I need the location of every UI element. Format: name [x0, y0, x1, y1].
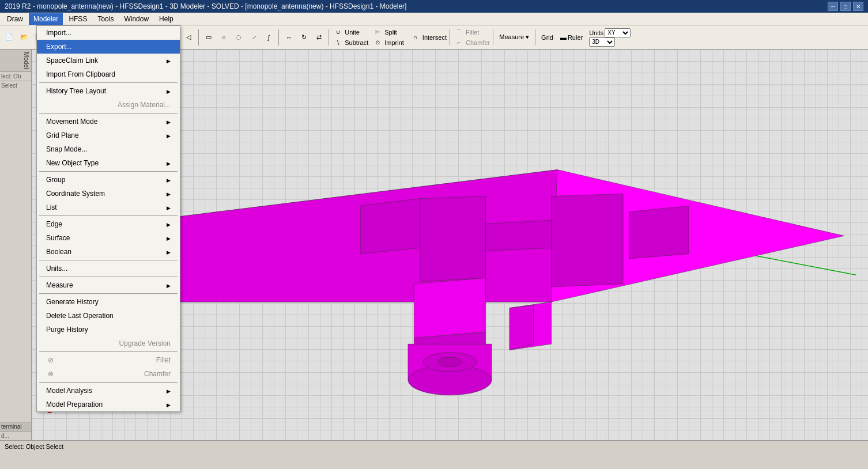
grid-plane-label: Grid Plane	[46, 131, 79, 139]
menu-item-snap-mode[interactable]: Snap Mode...	[37, 142, 180, 156]
menu-item-export[interactable]: Export...	[37, 40, 180, 54]
menu-item-measure[interactable]: Measure	[37, 278, 180, 292]
menu-separator	[39, 293, 178, 294]
menu-item-boolean[interactable]: Boolean	[37, 245, 180, 259]
menu-separator	[39, 260, 178, 260]
grid-plane-arrow	[167, 131, 171, 139]
menu-item-upgrade-version: Upgrade Version	[37, 336, 180, 350]
generate-history-label: Generate History	[46, 298, 99, 306]
movement-mode-label: Movement Mode	[46, 118, 97, 126]
menu-item-import[interactable]: Import...	[37, 26, 180, 40]
units-label: Units...	[46, 264, 67, 273]
menu-separator	[39, 113, 178, 114]
coordinate-system-label: Coordinate System	[46, 190, 105, 198]
menu-item-new-object-type[interactable]: New Object Type	[37, 156, 180, 170]
menu-item-spaceclaim[interactable]: SpaceClaim Link	[37, 54, 180, 67]
list-label: List	[46, 203, 57, 211]
menu-item-surface[interactable]: Surface	[37, 231, 180, 245]
menu-item-delete-last[interactable]: Delete Last Operation	[37, 309, 180, 323]
group-arrow	[167, 176, 171, 184]
spaceclaim-label: SpaceClaim Link	[46, 56, 98, 65]
menu-item-coordinate-system[interactable]: Coordinate System	[37, 187, 180, 201]
model-preparation-label: Model Preparation	[46, 400, 103, 409]
snap-mode-label: Snap Mode...	[46, 145, 87, 153]
history-tree-arrow	[167, 87, 171, 95]
menu-item-edge[interactable]: Edge	[37, 217, 180, 231]
menu-item-purge-history[interactable]: Purge History	[37, 323, 180, 336]
delete-last-label: Delete Last Operation	[46, 312, 114, 320]
chamfer-icon: ⊗	[46, 369, 55, 379]
movement-mode-arrow	[167, 118, 171, 126]
model-preparation-arrow	[167, 400, 171, 409]
menu-item-model-preparation[interactable]: Model Preparation	[37, 398, 180, 411]
menu-separator	[39, 351, 178, 352]
menu-item-history-tree[interactable]: History Tree Layout	[37, 84, 180, 98]
new-object-type-arrow	[167, 159, 171, 167]
coordinate-system-arrow	[167, 190, 171, 198]
model-analysis-arrow	[167, 387, 171, 395]
menu-item-assign-material: Assign Material...	[37, 98, 180, 112]
assign-material-label: Assign Material...	[118, 101, 171, 109]
menu-item-list[interactable]: List	[37, 201, 180, 214]
chamfer-label: Chamfer	[144, 370, 171, 378]
purge-history-label: Purge History	[46, 326, 88, 334]
edge-label: Edge	[46, 220, 62, 228]
history-tree-label: History Tree Layout	[46, 87, 106, 95]
surface-label: Surface	[46, 234, 70, 242]
menu-separator	[39, 171, 178, 172]
menu-separator	[39, 215, 178, 216]
menu-separator	[39, 82, 178, 83]
boolean-arrow	[167, 248, 171, 256]
menu-separator	[39, 382, 178, 383]
menu-item-generate-history[interactable]: Generate History	[37, 295, 180, 309]
upgrade-version-label: Upgrade Version	[119, 339, 171, 347]
modeler-dropdown-menu: Import...Export...SpaceClaim LinkImport …	[36, 25, 180, 412]
list-arrow	[167, 203, 171, 211]
menu-separator	[39, 277, 178, 277]
boolean-label: Boolean	[46, 248, 71, 256]
new-object-type-label: New Object Type	[46, 159, 99, 167]
measure-arrow	[167, 281, 171, 289]
assign-material-icon	[46, 100, 55, 109]
menu-item-units[interactable]: Units...	[37, 262, 180, 275]
menu-item-import-clipboard[interactable]: Import From Clipboard	[37, 67, 180, 81]
fillet-label: Fillet	[156, 356, 171, 364]
menu-item-chamfer: ⊗Chamfer	[37, 367, 180, 381]
menu-item-model-analysis[interactable]: Model Analysis	[37, 384, 180, 398]
fillet-icon: ⊘	[46, 355, 55, 365]
menu-item-movement-mode[interactable]: Movement Mode	[37, 115, 180, 128]
measure-label: Measure	[46, 281, 73, 289]
menu-item-group[interactable]: Group	[37, 173, 180, 187]
upgrade-version-icon	[46, 339, 55, 348]
surface-arrow	[167, 234, 171, 242]
import-label: Import...	[46, 29, 71, 37]
menu-item-fillet: ⊘Fillet	[37, 353, 180, 367]
spaceclaim-arrow	[167, 56, 171, 65]
edge-arrow	[167, 220, 171, 228]
model-analysis-label: Model Analysis	[46, 387, 92, 395]
export-label: Export...	[46, 43, 72, 51]
group-label: Group	[46, 176, 65, 184]
menu-item-grid-plane[interactable]: Grid Plane	[37, 128, 180, 142]
import-clipboard-label: Import From Clipboard	[46, 70, 115, 78]
